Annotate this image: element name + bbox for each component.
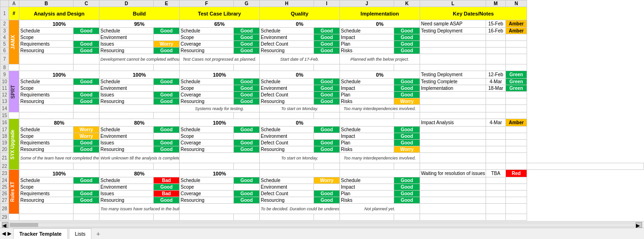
rules-quality-status-env — [314, 184, 340, 191]
rules-quality-label-res: Resourcing — [260, 197, 314, 204]
rules-empty-note5 — [420, 204, 486, 214]
jamx-impl-status-schedule: Good — [394, 28, 420, 34]
rules-quality-status-res: Good — [314, 197, 340, 204]
sprt-pct-quality: 0% — [260, 71, 340, 79]
tab-tracker-template[interactable]: Tracker Template — [13, 228, 68, 239]
sp15-d — [99, 112, 154, 119]
jamx-date2: 16-Feb — [486, 28, 506, 34]
row-13-num: 13 — [0, 98, 9, 105]
row-14-num: 14 — [0, 105, 9, 112]
horizontal-scrollbar[interactable]: ◀ ▶ — [0, 221, 644, 228]
jamx-pct-analysis: 100% — [19, 20, 99, 28]
scroll-thumb[interactable] — [10, 223, 38, 227]
rules-build-status-issues: Bad — [154, 191, 180, 197]
rules-empty-date — [486, 177, 506, 184]
row-7-num: 7 — [0, 54, 9, 64]
sp22-d — [154, 163, 180, 170]
jamx-tcl-label-coverage: Coverage — [180, 41, 234, 48]
syx-tcl-note — [180, 153, 260, 163]
sprt-build-status-res: Good — [154, 98, 180, 105]
rules-row-requirements: 26 Requirements Good Issues Bad Coverage… — [0, 191, 644, 197]
sp29-g — [234, 214, 260, 221]
sp15-i — [314, 112, 340, 119]
row-8-num: 8 — [0, 64, 9, 71]
rules-analysis-note — [19, 204, 74, 214]
jamx-pct-build: 95% — [99, 20, 180, 28]
jamx-tcl-status-scope: Good — [234, 34, 260, 41]
rules-pct-impl — [340, 170, 420, 177]
jamx-tcl-label-res: Resourcing — [180, 48, 234, 54]
jamx-empty-note2 — [420, 41, 486, 48]
jamx-tcl-status-res: Good — [234, 48, 260, 54]
keydates-header: Key Dates/Notes — [420, 7, 527, 20]
jamx-note2: Testing Deployment — [420, 28, 486, 34]
scroll-right-btn[interactable]: ▶ — [636, 222, 642, 228]
rules-quality-status-schedule: Worry — [314, 177, 340, 184]
rules-analysis-label-schedule: Schedule — [19, 177, 74, 184]
row-18-num: 18 — [0, 133, 9, 140]
sprt-analysis-label-res: Resourcing — [19, 98, 74, 105]
scroll-left-btn[interactable]: ◀ — [2, 222, 8, 228]
sheet-nav-right[interactable]: ▶ — [8, 228, 11, 239]
jamx-empty-date4 — [486, 54, 506, 64]
jamx-build-status-res: Good — [154, 48, 180, 54]
syx-note1: Impact Analysis — [420, 119, 486, 127]
row-1-num: 1 — [0, 7, 9, 20]
rules-impl-label-risks: Risks — [340, 197, 394, 204]
syx-empty-status5 — [506, 153, 527, 163]
jamx-impl-label-schedule: Schedule — [340, 28, 394, 34]
sprt-build-label-env: Environment — [99, 85, 154, 92]
syx-tcl-label-schedule: Schedule — [180, 127, 234, 133]
syx-pct-build: 80% — [99, 119, 180, 127]
jamx-empty-date — [486, 34, 506, 41]
row-22-num: 22 — [0, 163, 9, 170]
jamx-analysis-label-scope: Scope — [19, 34, 74, 41]
sprt-quality-label-defect: Defect Count — [260, 92, 314, 98]
syx-impl-label-risks: Risks — [340, 146, 394, 153]
scroll-track[interactable] — [9, 223, 635, 227]
jamx-analysis-status-schedule: Good — [74, 28, 99, 34]
syx-empty-status2 — [506, 133, 527, 140]
syx-impl-status-plan: Good — [394, 140, 420, 146]
jamx-impl-status-impact: Good — [394, 34, 420, 41]
syx-empty-status — [506, 127, 527, 133]
row-25-num: 25 — [0, 184, 9, 191]
jamx-tcl-label-schedule: Schedule — [180, 28, 234, 34]
jamx-empty-status3 — [506, 48, 527, 54]
sp22-m — [506, 163, 527, 170]
sp22-i — [340, 163, 394, 170]
tcl-header: Test Case Library — [180, 7, 260, 20]
rules-tcl-label-schedule: Schedule — [180, 177, 234, 184]
sprt-analysis-status-req: Good — [74, 92, 99, 98]
col-J: J — [340, 0, 394, 7]
jamx-quality-label-res: Resourcing — [260, 48, 314, 54]
sp15-c — [74, 112, 99, 119]
jamx-analysis-status-req: Good — [74, 41, 99, 48]
syx-quality-status-schedule: Good — [314, 127, 340, 133]
sprt-impl-status-risks: Worry — [394, 98, 420, 105]
jamx-impl-label-plan: Plan — [340, 41, 394, 48]
sprt-note3: Implementation — [420, 85, 486, 92]
sp15-m — [486, 112, 506, 119]
sp22-f — [234, 163, 260, 170]
sprt-analysis-label-req: Requirements — [19, 92, 74, 98]
jamx-empty-note — [420, 34, 486, 41]
tab-lists[interactable]: Lists — [69, 228, 92, 239]
sprt-pct-tcl: 100% — [180, 71, 260, 79]
sprt-status1: Green — [506, 71, 527, 79]
sp29-b — [19, 214, 74, 221]
sp22-l — [486, 163, 506, 170]
jamx-build-note: Development cannot be completed without … — [99, 54, 180, 64]
col-B: B — [19, 0, 74, 7]
spacer-row-8: 8 — [0, 64, 644, 71]
sp22-h — [314, 163, 340, 170]
sheet-nav-left[interactable]: ◀ — [2, 228, 6, 239]
jamx-empty-date2 — [486, 41, 506, 48]
jamx-analysis-status-scope — [74, 34, 99, 41]
syx-build-label-env: Environment — [99, 133, 154, 140]
jamx-empty-status — [506, 34, 527, 41]
tab-add-button[interactable]: + — [92, 228, 104, 239]
syx-build-status-issues: Good — [154, 140, 180, 146]
rules-empty-status2 — [506, 184, 527, 191]
sprt-tcl-status-res: Good — [234, 98, 260, 105]
